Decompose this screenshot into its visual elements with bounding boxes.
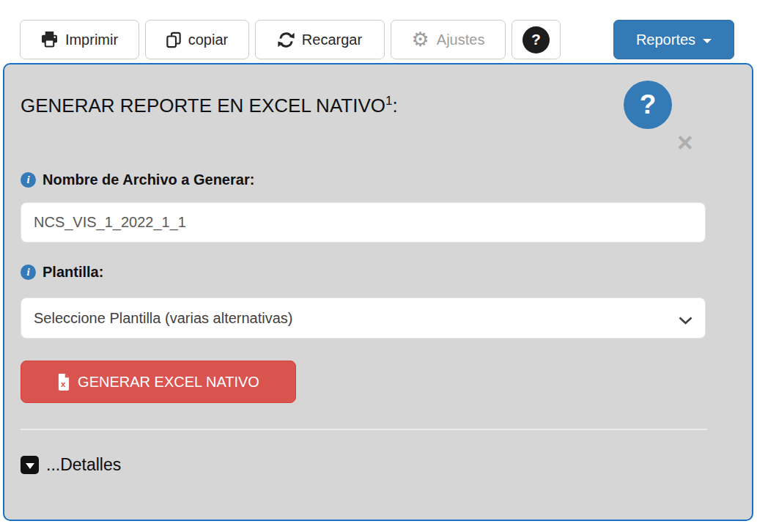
- settings-button-label: Ajustes: [437, 32, 485, 48]
- copy-button[interactable]: copiar: [145, 20, 249, 59]
- settings-button[interactable]: ⚙ Ajustes: [391, 20, 506, 59]
- plantilla-label: Plantilla:: [43, 264, 103, 281]
- copy-icon: [166, 32, 181, 48]
- page-title-colon: :: [392, 95, 397, 117]
- generate-excel-button-label: GENERAR EXCEL NATIVO: [78, 374, 259, 391]
- print-button-label: Imprimir: [65, 32, 118, 48]
- plantilla-select-wrap: Seleccione Plantilla (varias alternativa…: [21, 298, 706, 339]
- panel-help-button[interactable]: ?: [624, 81, 672, 129]
- details-toggle[interactable]: ...Detalles: [21, 455, 121, 475]
- divider: [21, 429, 707, 430]
- refresh-icon: [278, 32, 295, 48]
- filename-label: Nombre de Archivo a Generar:: [43, 171, 254, 188]
- filename-label-row: i Nombre de Archivo a Generar:: [21, 171, 254, 188]
- reload-button-label: Recargar: [302, 32, 362, 48]
- file-excel-icon: x: [57, 374, 70, 391]
- close-icon[interactable]: ×: [677, 129, 693, 156]
- question-circle-icon: ?: [522, 26, 550, 53]
- plantilla-select[interactable]: Seleccione Plantilla (varias alternativa…: [21, 298, 706, 339]
- filename-input[interactable]: [21, 202, 706, 243]
- info-icon[interactable]: i: [21, 172, 36, 188]
- svg-text:x: x: [61, 379, 66, 388]
- print-button[interactable]: Imprimir: [20, 20, 139, 59]
- generate-excel-button[interactable]: x GENERAR EXCEL NATIVO: [21, 361, 296, 403]
- excel-report-panel: GENERAR REPORTE EN EXCEL NATIVO1: ? × i …: [3, 63, 753, 521]
- toolbar-help-glyph: ?: [531, 31, 541, 48]
- reports-dropdown-button[interactable]: Reportes: [613, 20, 734, 59]
- plantilla-label-row: i Plantilla:: [21, 264, 103, 281]
- toolbar-help-button[interactable]: ?: [512, 20, 561, 59]
- caret-down-icon: [703, 39, 712, 43]
- details-label: ...Detalles: [46, 455, 121, 475]
- info-icon[interactable]: i: [21, 265, 36, 280]
- panel-help-glyph: ?: [640, 89, 657, 120]
- reload-button[interactable]: Recargar: [255, 20, 385, 59]
- copy-button-label: copiar: [188, 32, 228, 48]
- gear-icon: ⚙: [412, 30, 429, 50]
- caret-square-down-icon: [21, 456, 39, 474]
- page-title: GENERAR REPORTE EN EXCEL NATIVO1:: [21, 94, 398, 117]
- reports-button-label: Reportes: [636, 32, 695, 48]
- page-title-text: GENERAR REPORTE EN EXCEL NATIVO: [21, 95, 385, 117]
- printer-icon: [41, 32, 58, 48]
